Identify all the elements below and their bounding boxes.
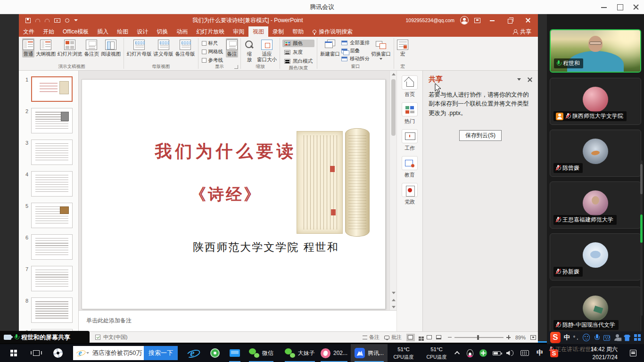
comments-toggle[interactable]: 批注 — [384, 334, 402, 341]
display-app-button[interactable] — [225, 344, 244, 362]
cascade-button[interactable]: 层叠 — [341, 48, 370, 54]
undo-icon[interactable] — [35, 19, 40, 22]
touch-mode-icon[interactable] — [65, 18, 69, 23]
participant-video-tile[interactable]: 王思嘉福建师范大学 — [550, 181, 641, 229]
black-white-button[interactable]: 黑白模式 — [282, 58, 314, 65]
participant-video-tile[interactable]: 陕西师范大学文学院 — [550, 78, 641, 125]
spellcheck-icon[interactable] — [95, 335, 100, 340]
ime-mode-indicator[interactable]: 中 — [564, 333, 570, 342]
tab-transitions[interactable]: 切换 — [152, 26, 172, 37]
sidebar-item-hot[interactable]: 热门 — [402, 102, 418, 125]
scroll-down-icon[interactable] — [390, 289, 397, 296]
fit-slide-icon[interactable] — [530, 335, 536, 340]
tab-home[interactable]: 开始 — [39, 26, 58, 37]
maximize-icon[interactable] — [612, 0, 628, 14]
toolbox-icon[interactable] — [634, 334, 641, 341]
slide-8-thumbnail[interactable] — [31, 297, 73, 323]
tab-insert[interactable]: 插入 — [93, 26, 113, 37]
ribbon-display-options-icon[interactable] — [474, 18, 480, 23]
emoji-icon[interactable] — [583, 334, 590, 341]
tencent-meeting-button[interactable]: 腾讯... — [351, 344, 388, 362]
save-icon[interactable] — [25, 18, 31, 23]
notes-placeholder[interactable]: 单击此处添加备注 — [86, 317, 132, 324]
save-to-cloud-button[interactable]: 保存到云(S) — [459, 130, 502, 141]
tab-record[interactable]: 录制 — [268, 26, 288, 37]
slide-master-button[interactable]: 幻灯片母版 — [126, 38, 152, 58]
action-center-button[interactable] — [625, 344, 641, 362]
soft-keyboard-icon[interactable] — [603, 335, 611, 341]
browser-360-button[interactable] — [206, 344, 224, 362]
ime-indicator[interactable]: 中 — [534, 344, 546, 362]
pink-app-button[interactable]: 202... — [317, 344, 351, 362]
account-icon[interactable]: 21 — [613, 334, 620, 341]
tab-file[interactable]: 文件 — [19, 26, 39, 37]
zoom-level[interactable]: 89% — [515, 335, 526, 340]
ie-taskbar-button[interactable]: e — [183, 344, 202, 362]
close-icon[interactable] — [628, 0, 644, 14]
scrollbar-thumb[interactable] — [391, 79, 396, 136]
cpu-temp-widget[interactable]: 51°C CPU温度 — [421, 346, 453, 361]
punctuation-mode[interactable]: °， — [573, 334, 579, 341]
pane-close-icon[interactable] — [528, 77, 532, 82]
thumbnail-row[interactable]: 7 — [19, 266, 78, 297]
redo-icon[interactable] — [45, 19, 50, 22]
notes-toggle-button[interactable]: 备注 — [226, 38, 238, 58]
slide-5-thumbnail[interactable] — [31, 203, 73, 228]
thumbnail-row[interactable]: 5 — [19, 203, 78, 234]
arrange-all-button[interactable]: 全部重排 — [341, 40, 370, 46]
slide-4-thumbnail[interactable] — [31, 171, 73, 197]
touch-keyboard-icon[interactable] — [519, 344, 531, 362]
next-slide-icon[interactable] — [390, 304, 397, 310]
participant-video-tile[interactable]: 程世和 — [550, 29, 641, 73]
slide-6-thumbnail[interactable] — [31, 234, 73, 260]
ribbon-share-button[interactable]: 共享 — [506, 26, 538, 37]
wechat-app-button[interactable]: 微信 — [245, 344, 277, 362]
taskbar-clock[interactable]: 14:42 周六 2021/7/24 — [574, 346, 618, 362]
thumbnail-row[interactable]: 6 — [19, 234, 78, 266]
account-email[interactable]: 1092955234@qq.com — [406, 17, 455, 23]
new-window-button[interactable]: 新建窗口 — [320, 38, 340, 58]
tab-draw[interactable]: 绘图 — [113, 26, 132, 37]
thumbnail-row[interactable]: 8 — [19, 297, 78, 329]
tab-help[interactable]: 帮助 — [288, 26, 308, 37]
notes-master-button[interactable]: 备注母版 — [175, 38, 196, 58]
gridlines-checkbox[interactable]: 网格线 — [202, 49, 223, 55]
tab-slideshow[interactable]: 幻灯片放映 — [192, 26, 229, 37]
zoom-out-icon[interactable] — [448, 337, 452, 338]
search-headline[interactable]: 酒店涨价被罚50万 — [89, 349, 144, 357]
notes-pane[interactable]: 单击此处添加备注 — [79, 310, 396, 331]
health-tray-icon[interactable] — [477, 344, 489, 362]
slide-sorter-button[interactable]: 幻灯片浏览 — [57, 38, 83, 58]
slide[interactable]: 我们为什么要读 《诗经》 陕西师范大学文学院 程世和 — [82, 79, 386, 309]
status-slide-sorter-button[interactable] — [416, 334, 424, 341]
thumbnail-row[interactable]: 1 — [19, 76, 78, 108]
slide-scrollbar[interactable] — [389, 71, 396, 310]
account-avatar[interactable] — [460, 16, 469, 25]
ppt-restore-icon[interactable] — [504, 15, 516, 25]
zoom-slider-thumb[interactable] — [477, 335, 479, 340]
handout-master-button[interactable]: 讲义母版 — [153, 38, 174, 58]
browser-pinwheel-button[interactable] — [49, 344, 67, 362]
minimize-icon[interactable] — [596, 0, 612, 14]
task-view-button[interactable] — [27, 344, 45, 362]
power-tray-icon[interactable] — [490, 344, 503, 362]
status-normal-view-button[interactable] — [406, 334, 415, 341]
sidebar-item-education[interactable]: 教育 — [402, 156, 418, 179]
participant-video-tile[interactable]: 陈曾媛 — [550, 130, 641, 177]
slide-author[interactable]: 陕西师范大学文学院 程世和 — [172, 240, 360, 255]
ruler-checkbox[interactable]: 标尺 — [202, 40, 223, 47]
language-indicator[interactable]: 中文(中国) — [103, 334, 127, 341]
reading-view-button[interactable]: 阅读视图 — [100, 38, 121, 58]
sogou-logo-icon[interactable]: S — [550, 332, 561, 343]
thumbnail-row[interactable]: 3 — [19, 140, 78, 171]
color-mode-button[interactable]: 颜色 — [282, 40, 314, 47]
ancient-book-image[interactable] — [297, 128, 370, 237]
screen-share-banner[interactable]: 程世和的屏幕共享 — [0, 331, 90, 344]
slide-title[interactable]: 我们为什么要读 《诗经》 — [143, 140, 308, 206]
tab-view[interactable]: 视图 — [248, 26, 268, 37]
qq-tray-icon[interactable] — [464, 344, 476, 362]
dialog-launcher-icon[interactable] — [234, 65, 238, 69]
participant-video-tile[interactable]: 陈静-中国现当代文学 — [550, 287, 641, 334]
voice-input-icon[interactable] — [593, 334, 600, 341]
normal-view-button[interactable]: 普通 — [22, 38, 34, 58]
